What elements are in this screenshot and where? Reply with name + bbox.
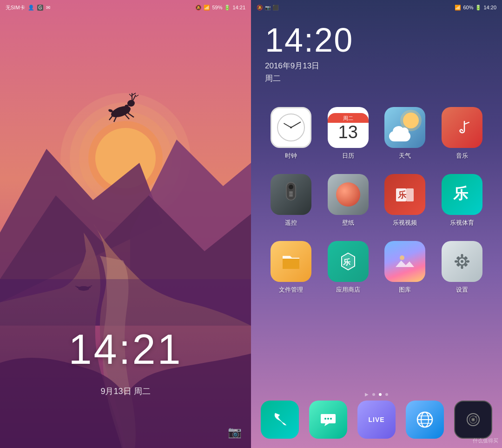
app-gallery[interactable]: 图库 [379,241,431,294]
dock-camera[interactable] [454,401,492,439]
weather-app-icon[interactable] [384,107,425,148]
svg-rect-31 [289,194,293,194]
app-files[interactable]: 文件管理 [265,241,317,294]
home-battery-percent: 60% [463,5,473,10]
gprs-icon: G [37,5,44,11]
lock-status-left: 无SIM卡 👤 G ✉ [6,4,50,11]
page-indicator: ▶ [251,392,502,397]
weather-cloud [389,131,410,141]
message-dock-icon[interactable] [309,401,347,439]
svg-point-50 [324,418,326,420]
lock-time: 14:21 [0,326,251,374]
browser-dock-icon[interactable] [406,401,444,439]
settings-app-icon[interactable] [442,241,482,282]
svg-line-27 [464,122,469,124]
clock-time: 14:21 [232,5,245,10]
dock-browser[interactable] [406,401,444,439]
battery-percent: 59% [212,5,222,10]
app-settings[interactable]: 设置 [436,241,489,294]
no-sim-label: 无SIM卡 [6,4,25,11]
dock-live[interactable]: LIVE [357,401,396,439]
home-mute-icon: 🔕 [257,5,263,11]
app-clock[interactable]: 时钟 [265,107,317,160]
svg-rect-42 [461,254,463,257]
app-letv-video[interactable]: 乐 乐视视频 [379,174,431,227]
app-appstore[interactable]: 乐 应用商店 [322,241,375,294]
appstore-app-icon[interactable]: 乐 [328,241,369,282]
app-music[interactable]: 音乐 [436,107,489,160]
home-screen: 🔕 📷 ⬛ 📶 60% 🔋 14:20 14:20 2016年9月13日 周二 [251,0,502,448]
svg-point-29 [289,185,293,189]
svg-point-41 [461,260,463,263]
person-icon: 👤 [28,5,34,11]
svg-point-52 [330,418,332,420]
svg-point-61 [472,419,474,421]
watermark: 什么值得买 [473,437,498,444]
home-big-time: 14:20 [265,23,353,57]
home-status-left: 🔕 📷 ⬛ [257,5,279,11]
home-screenshot-icon: 📷 [265,5,271,10]
remote-app-label: 遥控 [285,219,297,227]
svg-point-51 [327,418,329,420]
svg-text:乐: 乐 [343,258,350,266]
clock-app-icon[interactable] [271,107,311,148]
wallpaper-orb [336,182,360,207]
weather-app-label: 天气 [399,152,411,160]
app-remote[interactable]: 遥控 [265,174,317,227]
home-clock-display: 14:20 2016年9月13日 周二 [265,23,353,84]
letv-sports-app-label: 乐视体育 [450,219,474,227]
svg-text:乐: 乐 [453,185,468,202]
lock-camera-icon[interactable]: 📷 [228,426,242,439]
mute-icon: 🔕 [195,5,202,11]
app-wallpaper[interactable]: 壁纸 [322,174,375,227]
dock-message[interactable] [309,401,347,439]
home-wifi-icon: 📶 [455,5,461,11]
app-weather[interactable]: 天气 [379,107,431,160]
camera-dock-icon[interactable] [454,401,492,439]
home-date-full: 2016年9月13日 [265,60,353,71]
gallery-app-icon[interactable] [384,241,425,282]
home-weekday: 周二 [265,73,353,84]
app-calendar[interactable]: 周二 13 日历 [322,107,375,160]
letv-video-app-label: 乐视视频 [393,219,417,227]
page-dot-2[interactable] [379,393,382,396]
appstore-app-label: 应用商店 [336,286,360,294]
dock: LIVE [256,401,497,439]
live-dock-icon[interactable]: LIVE [357,401,396,439]
gallery-app-label: 图库 [399,286,411,294]
page-dot-1[interactable] [372,393,375,396]
svg-rect-32 [289,195,293,196]
app-letv-sports[interactable]: 乐 乐视体育 [436,174,489,227]
wallpaper-app-icon[interactable] [328,174,369,215]
app-grid: 时钟 周二 13 日历 天气 [265,107,488,294]
svg-rect-45 [466,261,469,263]
svg-rect-44 [455,261,458,263]
calendar-app-icon[interactable]: 周二 13 [328,107,369,148]
svg-rect-30 [289,192,293,193]
home-status-bar: 🔕 📷 ⬛ 📶 60% 🔋 14:20 [251,0,502,15]
files-app-icon[interactable] [271,241,311,282]
remote-app-icon[interactable] [271,174,311,215]
letv-video-app-icon[interactable]: 乐 [384,174,425,215]
svg-text:乐: 乐 [397,190,406,200]
calendar-app-label: 日历 [342,152,354,160]
svg-rect-43 [461,266,463,269]
letv-sports-app-icon[interactable]: 乐 [442,174,482,215]
wallpaper-app-label: 壁纸 [342,219,354,227]
battery-icon: 🔋 [224,5,231,11]
clock-app-label: 时钟 [285,152,297,160]
settings-app-label: 设置 [456,286,468,294]
phone-dock-icon[interactable] [261,401,299,439]
lock-screen: 无SIM卡 👤 G ✉ 🔕 📶 59% 🔋 14:21 14:21 9月13日 … [0,0,251,448]
wifi-icon: 📶 [204,5,210,11]
svg-point-39 [400,255,404,260]
calendar-day: 13 [338,123,358,142]
home-notif-icon: ⬛ [272,5,279,11]
lock-status-bar: 无SIM卡 👤 G ✉ 🔕 📶 59% 🔋 14:21 [0,0,251,15]
page-dot-3[interactable] [385,393,388,396]
music-app-icon[interactable] [442,107,482,148]
page-arrow-left: ▶ [365,392,369,397]
dock-phone[interactable] [261,401,299,439]
svg-rect-34 [406,188,414,201]
calendar-weekday: 周二 [328,113,369,123]
